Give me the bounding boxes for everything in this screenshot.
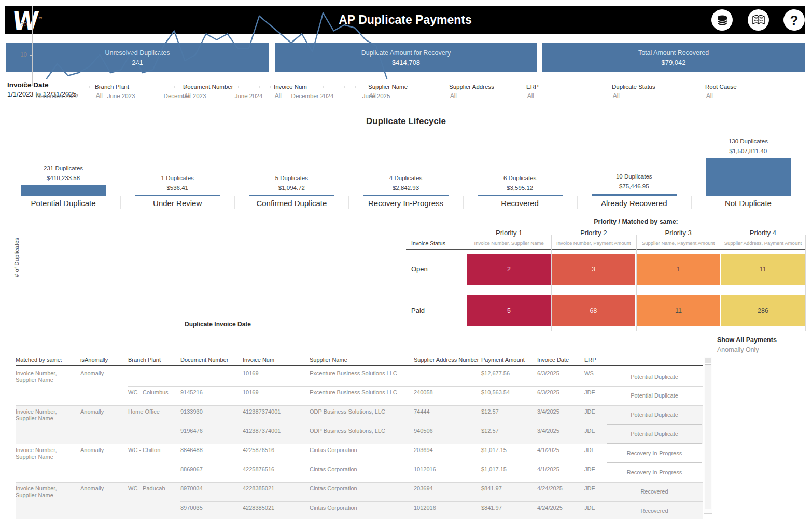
table-header-payment-amount: Payment Amount bbox=[481, 357, 538, 363]
table-header-underline bbox=[16, 365, 703, 366]
table-cell-invoice: 4225876516 bbox=[243, 466, 306, 472]
table-cell-amount: $12.57 bbox=[481, 408, 533, 415]
heatmap-column-sublabel: Supplier Name, Payment Amount bbox=[636, 240, 721, 246]
filter-duplicate-status[interactable]: Duplicate StatusAll bbox=[612, 83, 655, 99]
bar-count-label: 231 Duplicates bbox=[6, 163, 120, 173]
gridline bbox=[6, 146, 805, 146]
book-icon-glyph bbox=[752, 14, 765, 26]
status-cell-potential-duplicate[interactable]: Potential Duplicate bbox=[607, 405, 702, 425]
table-cell-erp: JDE bbox=[584, 428, 605, 434]
table-cell-invoice: 4228385021 bbox=[243, 504, 306, 511]
table-cell-invoice: 4225876516 bbox=[243, 447, 306, 453]
table-cell-amount: $12.57 bbox=[481, 428, 533, 434]
heatmap-row-label-open: Open bbox=[411, 265, 428, 273]
table-cell-supplier: Cintas Corporation bbox=[310, 504, 409, 511]
table-cell-matched: Invoice Number, Supplier Name bbox=[16, 447, 74, 460]
heatmap-column-sublabel: Invoice Number, Payment Amount bbox=[551, 240, 636, 246]
status-cell-recovery-in-progress[interactable]: Recovery In-Progress bbox=[607, 462, 702, 482]
heatmap-cell-open-priority-2[interactable]: 3 bbox=[552, 254, 635, 285]
bar-count-label: 1 Duplicates bbox=[120, 173, 234, 183]
help-icon[interactable]: ? bbox=[783, 9, 805, 31]
table-cell-doc: 8970034 bbox=[180, 485, 239, 491]
database-icon-glyph bbox=[716, 13, 729, 27]
table-cell-branch: WC - Columbus bbox=[128, 389, 177, 395]
toggle-anomally-only[interactable]: Anomally Only bbox=[717, 346, 759, 353]
table-cell-branch: WC - Paducah bbox=[128, 485, 177, 491]
table-row-divider bbox=[128, 386, 703, 387]
bar-count-label: 130 Duplicates bbox=[691, 136, 805, 146]
table-cell-amount: $1,017.15 bbox=[481, 447, 533, 453]
status-cell-recovered[interactable]: Recovered bbox=[607, 482, 702, 501]
heatmap-bottom-border bbox=[406, 331, 805, 331]
heatmap-cell-open-priority-1[interactable]: 2 bbox=[467, 254, 551, 285]
table-header-invoice-date: Invoice Date bbox=[537, 357, 586, 363]
table-group-divider bbox=[16, 444, 703, 444]
table-cell-supplier: Excenture Business Solutions LLC bbox=[310, 389, 409, 395]
heatmap-column-header-priority-1: Priority 1 bbox=[467, 229, 551, 237]
lifecycle-bar-not-duplicate[interactable] bbox=[706, 158, 791, 196]
table-cell-erp: JDE bbox=[584, 485, 605, 491]
table-cell-matched: Invoice Number, Supplier Name bbox=[16, 370, 74, 384]
table-cell-amount: $12,677.56 bbox=[481, 370, 533, 376]
table-cell-erp: JDE bbox=[584, 466, 605, 472]
heatmap-cell-paid-priority-1[interactable]: 5 bbox=[467, 295, 551, 326]
filter-erp[interactable]: ERPAll bbox=[526, 83, 539, 99]
bar-amount-label: $1,094.72 bbox=[234, 183, 348, 193]
table-cell-matched: Invoice Number, Supplier Name bbox=[16, 485, 74, 499]
table-cell-anomaly: Anomally bbox=[80, 447, 124, 453]
table-cell-erp: WS bbox=[584, 370, 605, 376]
status-cell-potential-duplicate[interactable]: Potential Duplicate bbox=[607, 424, 702, 444]
lifecycle-category-label: Under Review bbox=[120, 199, 234, 208]
table-cell-invoice: 412387374001 bbox=[243, 428, 306, 434]
toggle-show-all-payments[interactable]: Show All Payments bbox=[717, 336, 777, 344]
table-cell-doc: 9196476 bbox=[180, 428, 239, 434]
lifecycle-category-label: Confirmed Duplicate bbox=[234, 199, 348, 208]
status-cell-potential-duplicate[interactable]: Potential Duplicate bbox=[607, 367, 702, 386]
user-guide-book-icon[interactable] bbox=[748, 9, 769, 31]
lifecycle-bar-under-review[interactable] bbox=[135, 195, 220, 196]
heatmap-cell-paid-priority-3[interactable]: 11 bbox=[637, 295, 720, 326]
lifecycle-bar-potential-duplicate[interactable] bbox=[21, 185, 106, 196]
lifecycle-bar-recovery-in-progress[interactable] bbox=[363, 195, 449, 196]
lifecycle-bar-recovered[interactable] bbox=[478, 195, 563, 196]
status-cell-recovery-in-progress[interactable]: Recovery In-Progress bbox=[607, 443, 702, 463]
table-cell-doc: 8846488 bbox=[180, 447, 239, 453]
filter-supplier-address[interactable]: Supplier AddressAll bbox=[449, 83, 494, 99]
lifecycle-bar-chart: 231 Duplicates$410,233.58Potential Dupli… bbox=[6, 131, 805, 212]
trend-y-axis-title: # of Duplicates bbox=[13, 221, 20, 294]
table-header-erp: ERP bbox=[584, 357, 610, 363]
bar-amount-label: $536.41 bbox=[120, 183, 234, 193]
table-scrollbar-thumb[interactable] bbox=[705, 364, 711, 509]
heatmap-cell-paid-priority-4[interactable]: 286 bbox=[721, 295, 805, 326]
filter-root-cause[interactable]: Root CauseAll bbox=[705, 83, 737, 99]
database-icon[interactable] bbox=[711, 9, 733, 31]
filter-value: All bbox=[449, 92, 494, 99]
lifecycle-bar-confirmed-duplicate[interactable] bbox=[249, 195, 334, 196]
heatmap-cell-paid-priority-2[interactable]: 68 bbox=[552, 295, 635, 326]
table-cell-erp: JDE bbox=[584, 408, 605, 415]
table-header-branch-plant: Branch Plant bbox=[128, 357, 183, 363]
heatmap-column-header-priority-3: Priority 3 bbox=[636, 229, 721, 237]
bar-amount-label: $410,233.58 bbox=[6, 173, 120, 183]
lifecycle-bar-already-recovered[interactable] bbox=[592, 194, 677, 196]
bar-amount-label: $3,595.12 bbox=[463, 183, 577, 193]
bar-amount-label: $75,446.95 bbox=[577, 182, 691, 192]
heatmap-cell-open-priority-3[interactable]: 1 bbox=[637, 254, 720, 285]
status-cell-recovered[interactable]: Recovered bbox=[607, 501, 702, 519]
table-cell-invoice: 10169 bbox=[243, 370, 306, 376]
heatmap-cell-open-priority-4[interactable]: 11 bbox=[721, 254, 805, 285]
table-cell-addr: 74444 bbox=[414, 408, 477, 415]
table-header-isanomally: isAnomally bbox=[80, 357, 130, 363]
table-cell-doc: 9133930 bbox=[180, 408, 239, 415]
trend-line-chart: 01020December 2022June 2023December 2023… bbox=[0, 0, 410, 124]
axis-baseline bbox=[6, 196, 805, 196]
question-mark-glyph: ? bbox=[790, 13, 799, 27]
table-cell-addr: 1012016 bbox=[414, 504, 477, 511]
table-group-divider bbox=[16, 405, 703, 406]
table-cell-invoice: 412387374001 bbox=[243, 408, 306, 415]
table-row-divider bbox=[180, 463, 703, 463]
heatmap-row-header: Invoice Status bbox=[411, 240, 445, 247]
lifecycle-category-label: Recovered bbox=[463, 199, 577, 208]
table-cell-doc: 9145216 bbox=[180, 389, 239, 395]
status-cell-potential-duplicate[interactable]: Potential Duplicate bbox=[607, 386, 702, 405]
